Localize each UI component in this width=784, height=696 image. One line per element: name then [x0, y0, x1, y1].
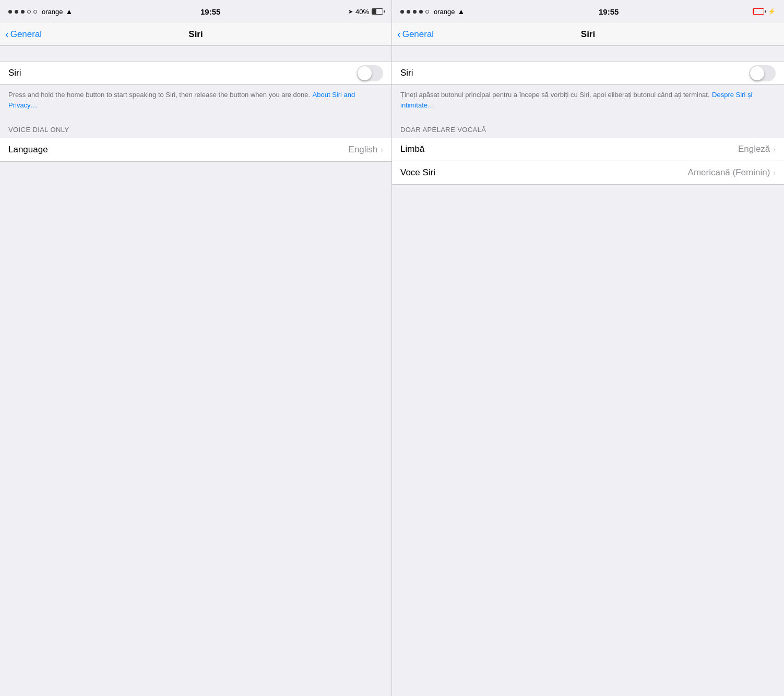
right-voce-value-text: Americană (Feminin) — [688, 167, 770, 178]
right-voce-row[interactable]: Voce Siri Americană (Feminin) › — [392, 161, 784, 184]
right-voce-chevron-icon: › — [773, 169, 776, 177]
signal-dot-5 — [33, 10, 37, 14]
right-carrier: orange — [434, 8, 455, 16]
left-carrier: orange — [42, 8, 63, 16]
left-time: 19:55 — [200, 7, 220, 16]
right-battery — [753, 8, 764, 15]
left-back-chevron-icon: ‹ — [5, 28, 9, 40]
left-back-label: General — [10, 29, 42, 40]
left-status-right: ➤ 40% — [348, 8, 383, 16]
left-siri-row: Siri — [0, 62, 391, 85]
right-status-left: orange ▲ — [400, 7, 465, 16]
right-back-label: General — [402, 29, 434, 40]
left-section-header: VOICE DIAL ONLY — [0, 117, 391, 138]
left-panel: orange ▲ 19:55 ➤ 40% ‹ General Siri Siri… — [0, 0, 392, 696]
right-settings-group: Limbă Engleză › Voce Siri Americană (Fem… — [392, 138, 784, 185]
left-language-row[interactable]: Language English › — [0, 138, 391, 161]
left-description-text: Press and hold the home button to start … — [8, 91, 310, 99]
right-limba-value: Engleză › — [738, 144, 776, 154]
left-nav-bar: ‹ General Siri — [0, 23, 391, 46]
right-top-spacer — [392, 46, 784, 62]
signal-dot-1 — [8, 10, 12, 14]
left-bottom-space — [0, 162, 391, 697]
left-description-block: Press and hold the home button to start … — [0, 85, 391, 117]
left-back-button[interactable]: ‹ General — [5, 29, 42, 40]
left-status-left: orange ▲ — [8, 7, 73, 16]
left-status-bar: orange ▲ 19:55 ➤ 40% — [0, 0, 391, 23]
left-battery-percent: 40% — [355, 8, 369, 16]
right-panel: orange ▲ 19:55 ⚡ ‹ General Siri Siri Țin… — [392, 0, 784, 696]
signal-dot-4 — [27, 10, 31, 14]
left-siri-toggle-knob — [358, 66, 372, 80]
right-limba-label: Limbă — [400, 144, 424, 154]
right-siri-toggle-knob — [750, 66, 764, 80]
right-wifi-icon: ▲ — [457, 7, 465, 16]
left-top-spacer — [0, 46, 391, 62]
right-status-bar: orange ▲ 19:55 ⚡ — [392, 0, 784, 23]
right-signal-dot-5 — [425, 10, 429, 14]
left-siri-label: Siri — [8, 68, 21, 78]
right-siri-row: Siri — [392, 62, 784, 85]
signal-dot-2 — [15, 10, 18, 14]
right-limba-value-text: Engleză — [738, 144, 770, 154]
left-settings-group: Language English › — [0, 138, 391, 162]
left-nav-title: Siri — [188, 29, 203, 40]
right-status-right: ⚡ — [753, 8, 776, 15]
right-charging-icon: ⚡ — [768, 8, 776, 15]
left-battery-fill — [372, 9, 376, 14]
left-language-value-text: English — [349, 145, 378, 155]
right-back-button[interactable]: ‹ General — [397, 29, 434, 40]
left-language-chevron-icon: › — [381, 146, 383, 154]
right-description-text: Țineți apăsat butonul principal pentru a… — [400, 91, 710, 99]
right-voce-value: Americană (Feminin) › — [688, 167, 776, 178]
right-signal-dot-1 — [400, 10, 404, 14]
right-nav-bar: ‹ General Siri — [392, 23, 784, 46]
left-language-value: English › — [349, 145, 383, 155]
right-nav-title: Siri — [581, 29, 595, 40]
right-limba-row[interactable]: Limbă Engleză › — [392, 138, 784, 161]
right-bottom-space — [392, 185, 784, 697]
right-section-header: DOAR APELARE VOCALĂ — [392, 117, 784, 138]
left-language-label: Language — [8, 145, 48, 155]
right-description-block: Țineți apăsat butonul principal pentru a… — [392, 85, 784, 117]
signal-dot-3 — [21, 10, 25, 14]
right-voce-label: Voce Siri — [400, 167, 435, 178]
left-section-header-text: VOICE DIAL ONLY — [8, 126, 69, 134]
right-siri-label: Siri — [400, 68, 413, 78]
right-signal-dot-3 — [413, 10, 417, 14]
right-signal-dot-4 — [419, 10, 423, 14]
left-siri-toggle[interactable] — [357, 65, 383, 81]
left-wifi-icon: ▲ — [65, 7, 73, 16]
right-section-header-text: DOAR APELARE VOCALĂ — [400, 126, 486, 134]
right-siri-toggle[interactable] — [749, 65, 776, 81]
right-time: 19:55 — [599, 7, 619, 16]
left-battery — [372, 8, 383, 15]
left-location-icon: ➤ — [348, 8, 353, 15]
right-battery-fill — [753, 9, 754, 14]
right-back-chevron-icon: ‹ — [397, 28, 401, 40]
right-limba-chevron-icon: › — [773, 145, 776, 153]
right-signal-dot-2 — [407, 10, 410, 14]
